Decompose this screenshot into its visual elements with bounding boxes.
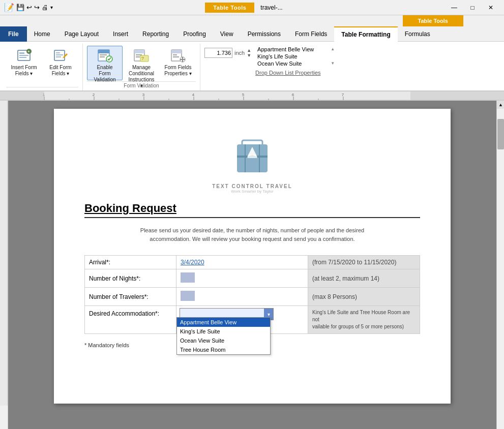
form-fields-properties-label: Form Fields Properties ▾ bbox=[164, 65, 192, 77]
dropdown-list-item-1[interactable]: King's Life Suite bbox=[255, 53, 337, 60]
svg-text:4: 4 bbox=[192, 93, 195, 97]
close-btn[interactable]: ✕ bbox=[482, 0, 500, 15]
logo-container bbox=[229, 129, 275, 181]
tab-page-layout[interactable]: Page Layout bbox=[57, 26, 106, 42]
travelers-value-cell[interactable] bbox=[176, 288, 308, 306]
svg-text:2: 2 bbox=[93, 93, 95, 97]
accommodation-dropdown-popup: Appartment Belle View King's Life Suite … bbox=[176, 317, 271, 355]
manage-conditional-btn[interactable]: ? Manage Conditional Instructions ▾ bbox=[124, 46, 159, 80]
dropdown-option-1[interactable]: King's Life Suite bbox=[177, 327, 270, 336]
scroll-up-btn[interactable]: ▲ bbox=[497, 101, 504, 109]
size-input[interactable] bbox=[204, 48, 232, 58]
scrollbar-thumb[interactable] bbox=[497, 119, 504, 149]
svg-rect-55 bbox=[0, 101, 8, 406]
nights-value-cell[interactable] bbox=[176, 269, 308, 288]
svg-text:3: 3 bbox=[142, 93, 145, 97]
ribbon-tabs-container: Table Tools File Home Page Layout Insert… bbox=[0, 15, 504, 42]
dropdown-item-label-2: Ocean View Suite bbox=[257, 60, 302, 67]
svg-rect-30 bbox=[184, 59, 185, 60]
title-bar: 📝 💾 ↩ ↪ 🖨 ▾ Table Tools travel-... — □ ✕ bbox=[0, 0, 504, 15]
table-row-arrival: Arrival*: 3/4/2020 (from 7/15/2020 to 11… bbox=[85, 256, 420, 269]
booking-title: Booking Request bbox=[84, 202, 420, 218]
arrival-value-cell[interactable]: 3/4/2020 bbox=[176, 256, 308, 269]
document-scroll[interactable]: TEXT CONTROL TRAVEL Work Smarter by Tayl… bbox=[8, 101, 496, 429]
tab-table-formatting[interactable]: Table Formatting bbox=[334, 26, 397, 42]
tab-formulas[interactable]: Formulas bbox=[398, 26, 437, 42]
dropdown-list-item-2[interactable]: Ocean View Suite ▼ bbox=[255, 60, 337, 67]
svg-rect-12 bbox=[100, 54, 107, 55]
dropdown-list-item-0[interactable]: Appartment Belle View ▲ bbox=[255, 46, 337, 53]
item-0-scroll[interactable]: ▲ bbox=[331, 47, 335, 51]
size-unit: inch bbox=[234, 50, 245, 56]
svg-rect-18 bbox=[136, 56, 140, 57]
ribbon-group-label-1 bbox=[6, 87, 78, 89]
scrollbar-vertical[interactable]: ▲ ▼ bbox=[496, 101, 504, 429]
nights-label: Number of Nights*: bbox=[85, 269, 176, 288]
tab-view[interactable]: View bbox=[213, 26, 241, 42]
svg-rect-11 bbox=[98, 50, 109, 53]
travelers-input-box bbox=[181, 291, 195, 301]
page: TEXT CONTROL TRAVEL Work Smarter by Tayl… bbox=[54, 109, 451, 404]
arrival-date-value: 3/4/2020 bbox=[181, 259, 204, 266]
app-icon: 📝 bbox=[4, 3, 14, 12]
ruler-horizontal: 1 2 3 4 5 6 7 bbox=[0, 91, 504, 101]
logo-tagline: Work Smarter by Taylor bbox=[84, 189, 420, 194]
svg-rect-8 bbox=[56, 54, 63, 55]
tab-proofing[interactable]: Proofing bbox=[176, 26, 213, 42]
maximize-btn[interactable]: □ bbox=[463, 0, 482, 15]
ribbon-group-insert-edit: + Insert Form Fields ▾ Edit Form bbox=[2, 44, 83, 90]
form-fields-properties-btn[interactable]: Form Fields Properties ▾ bbox=[160, 46, 196, 80]
dropdown-list-label-row: Drop Down List Properties bbox=[255, 69, 337, 76]
size-scroll-arrows[interactable]: ▲ ▼ bbox=[247, 48, 251, 58]
tab-home[interactable]: Home bbox=[27, 26, 57, 42]
edit-form-fields-label: Edit Form Fields ▾ bbox=[46, 65, 75, 77]
tab-file[interactable]: File bbox=[0, 26, 27, 42]
quick-access-print[interactable]: 🖨 bbox=[42, 4, 48, 11]
edit-form-fields-icon bbox=[52, 47, 69, 64]
table-tools-label: Table Tools bbox=[418, 18, 449, 24]
tab-form-fields[interactable]: Form Fields bbox=[288, 26, 334, 42]
arrival-label: Arrival*: bbox=[85, 256, 176, 269]
ribbon-size-input-group: inch ▲ ▼ bbox=[204, 46, 251, 58]
dropdown-option-3[interactable]: Tree House Room bbox=[177, 345, 270, 354]
travelers-hint: (max 8 Persons) bbox=[308, 288, 420, 306]
accommodation-label: Desired Accommodation*: bbox=[85, 306, 176, 334]
svg-rect-53 bbox=[0, 91, 44, 101]
minimize-btn[interactable]: — bbox=[445, 0, 463, 15]
travelers-label: Number of Travelers*: bbox=[85, 288, 176, 306]
window-controls: — □ ✕ bbox=[445, 0, 500, 15]
tab-insert[interactable]: Insert bbox=[106, 26, 135, 42]
enable-form-validation-btn[interactable]: Enable Form Validation bbox=[87, 46, 123, 80]
dropdown-option-2[interactable]: Ocean View Suite bbox=[177, 336, 270, 345]
ribbon-group-buttons-1: + Insert Form Fields ▾ Edit Form bbox=[6, 45, 78, 87]
quick-access-dropdown[interactable]: ▾ bbox=[50, 5, 53, 10]
logo-svg bbox=[229, 129, 275, 180]
logo-text: TEXT CONTROL TRAVEL bbox=[84, 183, 420, 189]
tab-reporting[interactable]: Reporting bbox=[135, 26, 176, 42]
edit-form-fields-btn[interactable]: Edit Form Fields ▾ bbox=[43, 46, 78, 80]
tab-permissions[interactable]: Permissions bbox=[241, 26, 288, 42]
svg-rect-24 bbox=[173, 56, 179, 57]
dropdown-item-label-1: King's Life Suite bbox=[257, 53, 298, 59]
svg-rect-1 bbox=[19, 52, 24, 54]
filename-title: travel-... bbox=[254, 4, 288, 11]
ribbon-group-buttons-2: Enable Form Validation ? Manage Conditio… bbox=[87, 45, 196, 81]
dropdown-item-label-0: Appartment Belle View bbox=[257, 46, 314, 52]
insert-form-fields-btn[interactable]: + Insert Form Fields ▾ bbox=[6, 46, 42, 80]
accommodation-value-cell: ▾ Appartment Belle View King's Life Suit… bbox=[176, 306, 308, 334]
arrival-hint: (from 7/15/2020 to 11/15/2020) bbox=[308, 256, 420, 269]
svg-rect-2 bbox=[19, 55, 28, 56]
enable-form-validation-icon bbox=[97, 47, 113, 64]
dropdown-option-0[interactable]: Appartment Belle View bbox=[177, 318, 270, 327]
insert-form-fields-icon: + bbox=[16, 47, 32, 64]
quick-access-redo[interactable]: ↪ bbox=[34, 4, 40, 11]
dropdown-list-properties-label[interactable]: Drop Down List Properties bbox=[255, 70, 320, 76]
svg-rect-54 bbox=[410, 91, 504, 101]
quick-access-undo[interactable]: ↩ bbox=[26, 4, 32, 11]
title-center: Table Tools travel-... bbox=[205, 3, 288, 13]
dropdown-list-items-group: Appartment Belle View ▲ King's Life Suit… bbox=[255, 46, 337, 76]
item-2-scroll[interactable]: ▼ bbox=[331, 62, 335, 66]
quick-access-save[interactable]: 💾 bbox=[16, 4, 24, 11]
svg-text:+: + bbox=[27, 49, 30, 54]
table-row-nights: Number of Nights*: (at least 2, maximum … bbox=[85, 269, 420, 288]
